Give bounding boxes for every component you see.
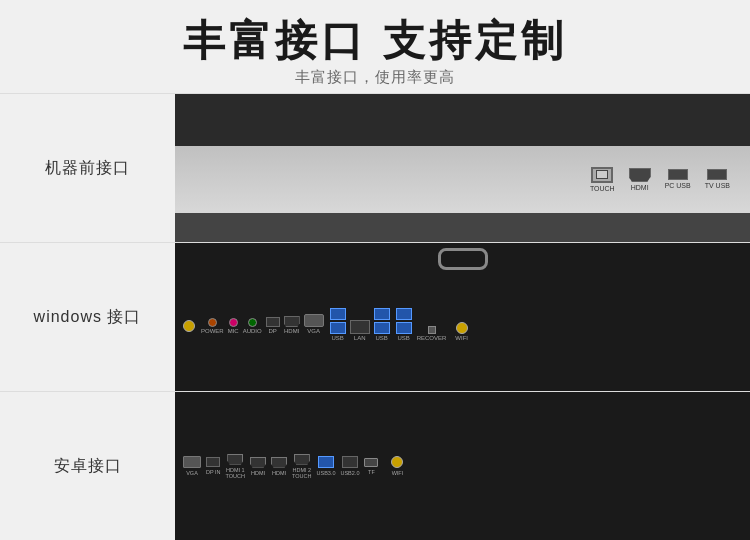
- android-port-row: 安卓接口 VGA DP IN HDMI 1: [0, 391, 750, 540]
- usb2-a-item: USB2.0: [340, 456, 359, 476]
- power-label: POWER: [201, 328, 224, 334]
- usb2-label: USB: [376, 335, 388, 341]
- hdmi3-a-item: HDMI: [271, 457, 287, 476]
- pc-usb-icon: [668, 169, 688, 180]
- wifi-right-item: WIFI: [455, 322, 468, 341]
- hdmi2-a-label: HDMI: [251, 470, 265, 476]
- hdmi2-a-item: HDMI: [250, 457, 266, 476]
- wifi-left-item: [183, 320, 195, 332]
- dp-label: DP: [269, 328, 277, 334]
- usb3-item: USB: [396, 308, 412, 341]
- vga-a-icon: [183, 456, 201, 468]
- tf-a-item: TF: [364, 458, 378, 475]
- front-dark-bot: [175, 213, 750, 243]
- mic-label: MIC: [228, 328, 239, 334]
- wifi-right-icon: [456, 322, 468, 334]
- hdmi-icon: [629, 168, 651, 182]
- usb2-item: USB: [374, 308, 390, 341]
- recover-label: RECOVER: [417, 335, 447, 341]
- handle-bar: [438, 248, 488, 270]
- hdmi-label: HDMI: [631, 184, 649, 191]
- wifi-right-label: WIFI: [455, 335, 468, 341]
- touch-inner: [596, 170, 608, 179]
- windows-port-image: POWER MIC AUDIO: [175, 243, 750, 391]
- lan-item: LAN: [350, 320, 370, 341]
- touch-port-group: TOUCH: [590, 167, 615, 192]
- wifi-left-icon: [183, 320, 195, 332]
- sub-title: 丰富接口，使用率更高: [0, 68, 750, 87]
- usb3-top-icon: [396, 308, 412, 320]
- android-port-image: VGA DP IN HDMI 1TOUCH HDMI: [175, 392, 750, 540]
- usb1-item: USB: [330, 308, 346, 341]
- hdmi4-touch-label: HDMI 2TOUCH: [292, 467, 311, 479]
- windows-port-row: windows 接口 POWER: [0, 242, 750, 391]
- page-wrapper: 丰富接口 支持定制 丰富接口，使用率更高 机器前接口 TOUCH: [0, 0, 750, 540]
- hdmi3-a-icon: [271, 457, 287, 468]
- recover-icon: [428, 326, 436, 334]
- hdmi-w-label: HDMI: [284, 328, 299, 334]
- hdmi-w-item: HDMI: [284, 316, 300, 334]
- windows-port-label: windows 接口: [0, 307, 175, 328]
- dp-icon: [266, 317, 280, 327]
- lan-icon: [350, 320, 370, 334]
- android-port-label: 安卓接口: [0, 456, 175, 477]
- usb2-a-icon: [342, 456, 358, 468]
- hdmi4-touch-item: HDMI 2TOUCH: [292, 454, 311, 479]
- hdmi-port-group: HDMI: [629, 168, 651, 191]
- vga-w-label: VGA: [307, 328, 320, 334]
- tv-usb-port-group: TV USB: [705, 169, 730, 189]
- audio-label: AUDIO: [243, 328, 262, 334]
- front-port-row: 机器前接口 TOUCH HDMI: [0, 93, 750, 242]
- header-section: 丰富接口 支持定制 丰富接口，使用率更高: [0, 0, 750, 93]
- usb2-a-label: USB2.0: [340, 470, 359, 476]
- touch-icon: [591, 167, 613, 183]
- usb2-top-icon: [374, 308, 390, 320]
- front-port-label: 机器前接口: [0, 158, 175, 179]
- audio-icon: [248, 318, 257, 327]
- vga-a-label: VGA: [186, 470, 198, 476]
- mic-item: MIC: [228, 318, 239, 334]
- tv-usb-icon: [707, 169, 727, 180]
- usb3-label: USB: [398, 335, 410, 341]
- hdmi2-a-icon: [250, 457, 266, 468]
- usb3-a-label: USB3.0: [317, 470, 336, 476]
- usb3-a-icon: [318, 456, 334, 468]
- pc-usb-port-group: PC USB: [665, 169, 691, 189]
- usb3-bot-icon: [396, 322, 412, 334]
- wifi-a-label: WIFI: [392, 470, 404, 476]
- power-item: POWER: [201, 318, 224, 334]
- front-dark-top: [175, 94, 750, 146]
- usb3-a-item: USB3.0: [317, 456, 336, 476]
- recover-item: RECOVER: [417, 326, 447, 341]
- hdmi1-touch-icon: [227, 454, 243, 465]
- usb1-label: USB: [332, 335, 344, 341]
- windows-port-img: POWER MIC AUDIO: [175, 243, 750, 391]
- main-title: 丰富接口 支持定制: [0, 18, 750, 64]
- vga-w-item: VGA: [304, 314, 324, 334]
- mic-icon: [229, 318, 238, 327]
- power-icon: [208, 318, 217, 327]
- lan-label: LAN: [354, 335, 366, 341]
- front-port-image: TOUCH HDMI PC USB TV USB: [175, 94, 750, 242]
- hdmi4-touch-icon: [294, 454, 310, 465]
- usb2-bot-icon: [374, 322, 390, 334]
- pc-usb-label: PC USB: [665, 182, 691, 189]
- vga-w-icon: [304, 314, 324, 327]
- wifi-a-item: WIFI: [391, 456, 403, 476]
- front-silver-mid: TOUCH HDMI PC USB TV USB: [175, 146, 750, 213]
- dp-a-icon: [206, 457, 220, 467]
- wifi-a-icon: [391, 456, 403, 468]
- hdmi-w-icon: [284, 316, 300, 327]
- tf-a-label: TF: [368, 469, 375, 475]
- hdmi3-a-label: HDMI: [272, 470, 286, 476]
- vga-a-item: VGA: [183, 456, 201, 476]
- dp-a-item: DP IN: [206, 457, 221, 475]
- touch-label: TOUCH: [590, 185, 615, 192]
- usb1-top-icon: [330, 308, 346, 320]
- dp-a-label: DP IN: [206, 469, 221, 475]
- tf-a-icon: [364, 458, 378, 467]
- android-port-img: VGA DP IN HDMI 1TOUCH HDMI: [175, 392, 750, 540]
- rows-container: 机器前接口 TOUCH HDMI: [0, 93, 750, 540]
- audio-item: AUDIO: [243, 318, 262, 334]
- hdmi1-touch-label: HDMI 1TOUCH: [226, 467, 245, 479]
